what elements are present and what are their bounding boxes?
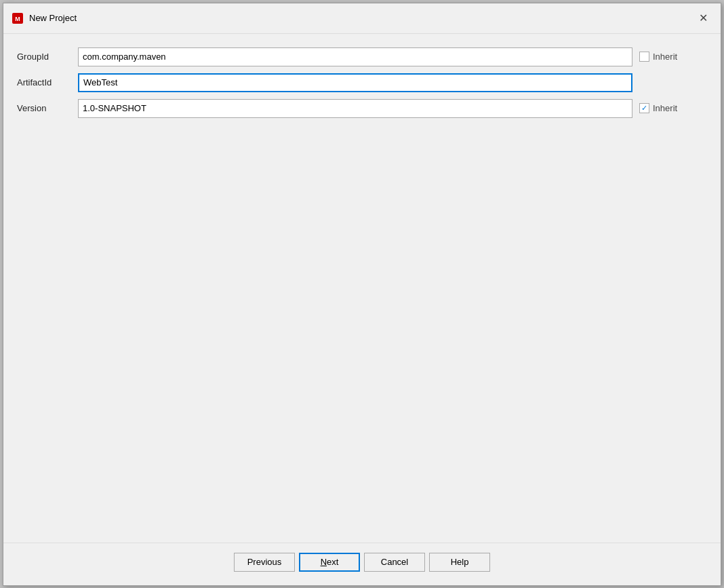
title-bar-left: M New Project [12, 12, 77, 24]
artifactid-input-area: Inherit [78, 73, 707, 92]
groupid-inherit-checkbox[interactable] [639, 52, 649, 62]
version-inherit-label: Inherit [653, 103, 677, 113]
version-input-area: Inherit [78, 99, 707, 118]
cancel-button[interactable]: Cancel [364, 553, 425, 572]
maven-icon: M [12, 12, 24, 24]
artifactid-row: ArtifactId Inherit [17, 73, 707, 92]
help-button[interactable]: Help [429, 553, 490, 572]
groupid-inherit-label: Inherit [653, 52, 677, 62]
groupid-row: GroupId Inherit [17, 47, 707, 66]
close-icon: ✕ [699, 12, 708, 24]
groupid-label: GroupId [17, 52, 78, 62]
version-row: Version Inherit [17, 99, 707, 118]
close-button[interactable]: ✕ [693, 9, 712, 28]
artifactid-label: ArtifactId [17, 77, 78, 87]
title-bar: M New Project ✕ [3, 3, 721, 34]
dialog-title: New Project [29, 13, 77, 23]
content-area: GroupId Inherit ArtifactId Inherit [3, 34, 721, 543]
previous-button[interactable]: Previous [234, 553, 295, 572]
content-spacer [17, 125, 707, 536]
groupid-input-area: Inherit [78, 47, 707, 66]
version-inherit-checkbox[interactable] [639, 103, 649, 113]
version-inherit-area: Inherit [639, 103, 707, 113]
next-button[interactable]: Next [299, 553, 360, 572]
version-label: Version [17, 103, 78, 113]
groupid-input[interactable] [78, 47, 632, 66]
button-bar: Previous Next Cancel Help [3, 543, 721, 585]
artifactid-input[interactable] [78, 73, 632, 92]
version-input[interactable] [78, 99, 632, 118]
new-project-dialog: M New Project ✕ GroupId Inherit Artifact… [3, 3, 721, 586]
groupid-inherit-area: Inherit [639, 52, 707, 62]
svg-text:M: M [15, 16, 20, 22]
